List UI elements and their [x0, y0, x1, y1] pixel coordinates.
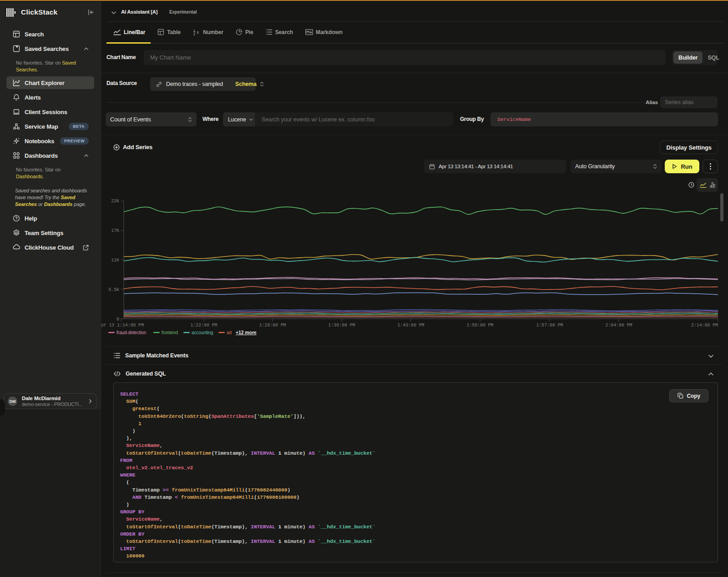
svg-text:1:57:00 PM: 1:57:00 PM	[536, 323, 563, 328]
svg-text:1: 1	[193, 29, 195, 32]
svg-text:1:50:00 PM: 1:50:00 PM	[466, 323, 493, 328]
svg-text:fraud-detection: fraud-detection	[116, 330, 146, 335]
svg-text:1:29:00 PM: 1:29:00 PM	[259, 323, 286, 328]
svg-text:ad: ad	[227, 330, 232, 335]
svg-text:22K: 22K	[111, 199, 119, 204]
svg-text:17K: 17K	[111, 228, 119, 233]
svg-text:2: 2	[193, 33, 195, 36]
svg-text:2:04:00 PM: 2:04:00 PM	[605, 323, 632, 328]
svg-text:2:14:00 PM: 2:14:00 PM	[691, 323, 718, 328]
svg-text:Apr 13 1:14:00 PM: Apr 13 1:14:00 PM	[101, 323, 144, 328]
svg-text:1:22:00 PM: 1:22:00 PM	[190, 323, 217, 328]
svg-text:frontend: frontend	[162, 330, 178, 335]
svg-text:1:36:00 PM: 1:36:00 PM	[328, 323, 355, 328]
svg-text:+12 more: +12 more	[236, 330, 257, 335]
svg-text:3: 3	[197, 30, 199, 35]
svg-text:11K: 11K	[111, 258, 119, 263]
svg-text:0: 0	[116, 317, 119, 322]
svg-text:accounting: accounting	[192, 330, 213, 335]
svg-text:5.5K: 5.5K	[108, 287, 119, 292]
svg-text:1:43:00 PM: 1:43:00 PM	[397, 323, 424, 328]
